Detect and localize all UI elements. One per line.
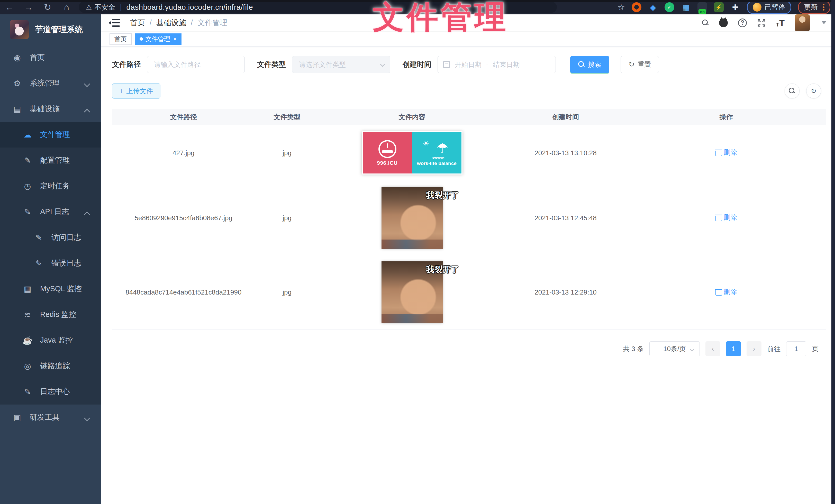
- extension-check-icon[interactable]: ✓: [665, 2, 674, 12]
- upload-file-button[interactable]: + 上传文件: [112, 83, 160, 99]
- github-icon[interactable]: [719, 19, 728, 27]
- trash-icon: [715, 149, 721, 156]
- file-type-cell: jpg: [255, 214, 319, 222]
- sidebar-item[interactable]: ◎ 链路追踪: [0, 353, 101, 379]
- table-row: 8448cada8c714e4ab61f521c8da21990 jpg 我裂开…: [112, 255, 826, 330]
- redis-icon: ≋: [22, 310, 34, 319]
- beach-icon: ☀ ☂ ≈≈≈≈: [421, 140, 452, 160]
- extension-leaf-icon[interactable]: ⚡: [714, 2, 724, 12]
- user-menu-caret-icon[interactable]: [822, 21, 826, 24]
- browser-reload-icon[interactable]: ↻: [38, 2, 57, 12]
- browser-scrollbar[interactable]: [831, 0, 835, 504]
- sidebar-item[interactable]: ≋ Redis 监控: [0, 302, 101, 328]
- sidebar-item-label: 访问日志: [52, 232, 81, 243]
- user-avatar[interactable]: [795, 14, 810, 31]
- profile-chip[interactable]: 已暂停: [747, 0, 791, 14]
- sidebar-item[interactable]: ▣ 研发工具: [0, 404, 101, 430]
- browser-menu-icon[interactable]: [823, 4, 824, 10]
- sidebar-item[interactable]: ⚙ 系统管理: [0, 70, 101, 96]
- pagination: 共 3 条 10条/页 ‹ 1 › 前往 页: [112, 341, 826, 356]
- sidebar-item[interactable]: ◷ 定时任务: [0, 173, 101, 199]
- sidebar-item[interactable]: ☁ 文件管理: [0, 122, 101, 148]
- breadcrumb-home[interactable]: 首页: [130, 18, 145, 28]
- refresh-table-button[interactable]: ↻: [806, 84, 821, 99]
- page-url[interactable]: dashboard.yudao.iocoder.cn/infra/file: [126, 3, 253, 12]
- col-actions: 操作: [626, 112, 826, 122]
- browser-forward-icon[interactable]: →: [19, 2, 38, 12]
- table-row: 427.jpg jpg 996.ICU: [112, 125, 826, 181]
- create-time-cell: 2021-03-13 12:45:48: [505, 214, 626, 222]
- tag-home[interactable]: 首页: [109, 34, 131, 45]
- sidebar-item[interactable]: ◉ 首页: [0, 45, 101, 70]
- current-page-button[interactable]: 1: [726, 341, 741, 356]
- page-size-label: 10条/页: [663, 344, 686, 353]
- search-button[interactable]: 搜索: [570, 56, 609, 73]
- extension-orange-icon[interactable]: [632, 2, 641, 12]
- refresh-icon: ↻: [629, 61, 634, 68]
- 996icu-banner-image[interactable]: 996.ICU ☀ ☂ ≈≈≈≈ w: [362, 131, 463, 174]
- breadcrumb-separator: /: [150, 19, 152, 27]
- update-button[interactable]: 更新: [798, 0, 830, 14]
- font-size-icon[interactable]: TT: [776, 18, 785, 28]
- sidebar-item[interactable]: ✎ API 日志: [0, 199, 101, 225]
- file-path-input[interactable]: [147, 56, 245, 73]
- extension-switch-icon[interactable]: on: [697, 2, 707, 12]
- table-header-row: 文件路径 文件类型 文件内容 创建时间 操作: [112, 109, 826, 125]
- sidebar-item[interactable]: ✎ 日志中心: [0, 379, 101, 404]
- page-size-select[interactable]: 10条/页: [649, 341, 700, 356]
- extensions-puzzle-icon[interactable]: ✚: [730, 2, 740, 12]
- sidebar-item[interactable]: ✎ 错误日志: [0, 250, 101, 276]
- sidebar-item[interactable]: ✎ 配置管理: [0, 148, 101, 173]
- date-range-picker[interactable]: 开始日期 - 结束日期: [437, 56, 556, 73]
- crying-baby-meme-image[interactable]: 我裂开了: [382, 187, 443, 249]
- browser-back-icon[interactable]: ←: [0, 2, 19, 12]
- breadcrumb-infra[interactable]: 基础设施: [156, 18, 186, 28]
- reset-button[interactable]: ↻ 重置: [620, 56, 659, 73]
- sidebar-item[interactable]: ▤ 基础设施: [0, 96, 101, 122]
- goto-page-input[interactable]: [786, 341, 806, 356]
- extension-on-badge: on: [698, 9, 706, 14]
- chevron-icon: [85, 417, 89, 421]
- sidebar-item-label: 基础设施: [30, 104, 60, 114]
- delete-button[interactable]: 删除: [715, 287, 737, 296]
- tag-close-icon[interactable]: ×: [173, 36, 177, 42]
- sidebar-collapse-icon[interactable]: [109, 18, 120, 27]
- chevron-icon: [85, 212, 89, 216]
- tag-file-manage[interactable]: 文件管理 ×: [135, 34, 182, 45]
- banner-left-panel: 996.ICU: [363, 132, 412, 173]
- sidebar-item[interactable]: ☕ Java 监控: [0, 328, 101, 353]
- sidebar-item-label: 文件管理: [40, 129, 70, 140]
- table-row: 5e8609290e915c4fa8b08e67.jpg jpg 我裂开了: [112, 181, 826, 255]
- bookmark-star-icon[interactable]: ☆: [617, 2, 625, 12]
- help-icon[interactable]: ?: [738, 19, 747, 27]
- goto-label: 前往: [767, 344, 780, 353]
- next-page-button[interactable]: ›: [747, 341, 761, 356]
- actions-cell: 删除: [626, 287, 826, 297]
- header-search-icon[interactable]: [702, 20, 709, 26]
- browser-home-icon[interactable]: ⌂: [57, 2, 76, 12]
- meme-caption: 我裂开了: [412, 190, 473, 201]
- app-logo-row[interactable]: 芋道管理系统: [0, 14, 101, 45]
- sidebar-item[interactable]: ▦ MySQL 监控: [0, 276, 101, 302]
- log-center-icon: ✎: [22, 387, 34, 397]
- delete-button[interactable]: 删除: [715, 148, 737, 157]
- crying-baby-meme-image[interactable]: 我裂开了: [382, 261, 443, 323]
- extension-gem-icon[interactable]: ◆: [648, 2, 658, 12]
- dashboard-icon: ◉: [11, 53, 23, 62]
- sidebar-item[interactable]: ✎ 访问日志: [0, 225, 101, 250]
- meme-caption: 我裂开了: [412, 264, 473, 275]
- fullscreen-icon[interactable]: [757, 19, 766, 27]
- prev-page-button[interactable]: ‹: [706, 341, 720, 356]
- file-type-select[interactable]: 请选择文件类型: [292, 56, 390, 73]
- trash-icon: [715, 289, 721, 295]
- banner-left-text: 996.ICU: [377, 160, 398, 166]
- address-bar[interactable]: ⚠ 不安全 | dashboard.yudao.iocoder.cn/infra…: [79, 2, 557, 13]
- delete-button[interactable]: 删除: [715, 213, 737, 222]
- file-path-cell: 427.jpg: [112, 149, 255, 157]
- delete-label: 删除: [724, 287, 737, 296]
- sidebar-item-label: MySQL 监控: [40, 284, 82, 294]
- col-file-content: 文件内容: [319, 112, 505, 122]
- extension-grid-icon[interactable]: ▦: [681, 2, 691, 12]
- toggle-search-button[interactable]: [785, 84, 799, 99]
- security-label[interactable]: 不安全: [94, 3, 115, 12]
